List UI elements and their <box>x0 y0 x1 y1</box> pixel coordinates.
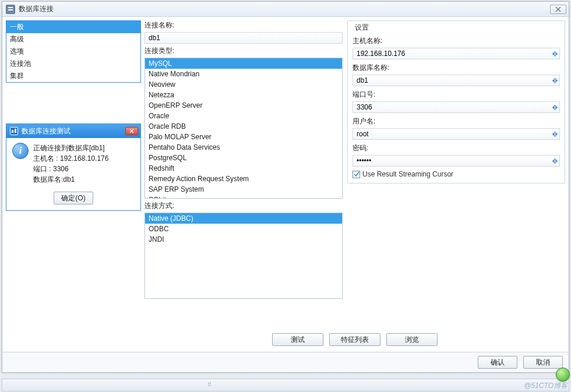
main-top: 连接名称: 连接类型: MySQL Native Mondrian Neovie… <box>144 20 565 329</box>
dialog-line: 正确连接到数据库[db1] <box>33 143 108 153</box>
conn-type-item[interactable]: Remedy Action Request System <box>145 174 342 184</box>
user-input[interactable] <box>353 128 560 140</box>
conn-way-label: 连接方式: <box>144 201 343 211</box>
conn-type-item[interactable]: Neoview <box>145 79 342 90</box>
dbname-label: 数据库名称: <box>353 63 560 73</box>
nav-item-general[interactable]: 一般 <box>6 21 140 33</box>
conn-type-item[interactable]: Oracle RDB <box>145 121 342 132</box>
conn-type-item[interactable]: SAP ERP System <box>145 184 342 195</box>
conn-name-label: 连接名称: <box>144 20 343 30</box>
dialog-ok-button[interactable]: 确定(O) <box>54 192 93 204</box>
conn-way-list[interactable]: Native (JDBC) ODBC JNDI <box>144 213 343 299</box>
dialog-line: 端口 : 3306 <box>33 164 108 174</box>
nav-item-advanced[interactable]: 高级 <box>6 33 140 45</box>
window-body: 一般 高级 选项 连接池 集群 数据库连接测试 i 正确连接到数据库[db <box>2 17 569 352</box>
dialog-line: 主机名 : 192.168.10.176 <box>33 153 108 164</box>
settings-fieldset: 设置 主机名称: $ 数据库名称: $ <box>347 20 565 183</box>
settings-column: 设置 主机名称: $ 数据库名称: $ <box>347 20 565 329</box>
watermark: @51CTO博客 <box>524 381 568 391</box>
dialog-title: 数据库连接测试 <box>22 126 122 136</box>
grip-icon[interactable]: ⠿ <box>207 382 214 389</box>
conn-way-item[interactable]: ODBC <box>145 224 342 234</box>
nav-item-options[interactable]: 选项 <box>6 45 140 58</box>
nav-item-pool[interactable]: 连接池 <box>6 58 140 70</box>
test-button[interactable]: 测试 <box>272 333 323 346</box>
conn-type-item[interactable]: MySQL <box>145 58 342 69</box>
user-label: 用户名: <box>353 116 560 126</box>
main-panel: 连接名称: 连接类型: MySQL Native Mondrian Neovie… <box>144 20 565 348</box>
conn-way-item[interactable]: Native (JDBC) <box>145 213 342 224</box>
conn-type-list[interactable]: MySQL Native Mondrian Neoview Netezza Op… <box>144 58 343 199</box>
pass-input[interactable] <box>353 155 560 167</box>
conn-type-item[interactable]: PostgreSQL <box>145 153 342 163</box>
titlebar: 数据库连接 <box>2 2 569 17</box>
conn-type-item[interactable]: Netezza <box>145 90 342 100</box>
nav-item-cluster[interactable]: 集群 <box>6 70 140 82</box>
dialog-line: 数据库名:db1 <box>33 174 108 185</box>
conn-name-input[interactable] <box>144 32 343 44</box>
dialog-close-button[interactable] <box>125 127 138 135</box>
green-orb-icon <box>556 368 570 382</box>
port-label: 端口号: <box>353 90 560 100</box>
left-panel: 一般 高级 选项 连接池 集群 数据库连接测试 i 正确连接到数据库[db <box>6 20 141 348</box>
status-strip: ⠿ <box>2 379 569 391</box>
dialog-titlebar: 数据库连接测试 <box>6 124 140 138</box>
conn-type-item[interactable]: Redshift <box>145 163 342 174</box>
window-close-button[interactable] <box>550 5 566 14</box>
checkbox-icon <box>353 171 360 178</box>
pass-label: 密码: <box>353 143 560 153</box>
conn-type-item[interactable]: OpenERP Server <box>145 100 342 111</box>
streaming-cursor-label: Use Result Streaming Cursor <box>362 170 453 178</box>
host-label: 主机名称: <box>353 36 560 46</box>
settings-legend: 设置 <box>353 23 371 33</box>
app-icon <box>6 5 15 14</box>
cancel-button[interactable]: 取消 <box>523 356 563 369</box>
conn-way-item[interactable]: JNDI <box>145 234 342 245</box>
conn-type-item[interactable]: Native Mondrian <box>145 69 342 79</box>
host-input[interactable] <box>353 48 560 59</box>
ok-button[interactable]: 确认 <box>478 356 517 369</box>
window-footer: 确认 取消 <box>2 352 569 372</box>
left-form-column: 连接名称: 连接类型: MySQL Native Mondrian Neovie… <box>144 20 343 329</box>
dbname-input[interactable] <box>353 75 560 86</box>
conn-type-item[interactable]: Palo MOLAP Server <box>145 132 342 142</box>
streaming-cursor-row[interactable]: Use Result Streaming Cursor <box>353 170 560 178</box>
conn-type-item[interactable]: Oracle <box>145 111 342 121</box>
dialog-footer: 确定(O) <box>6 187 140 210</box>
dialog-icon <box>10 127 18 135</box>
close-icon <box>129 129 134 133</box>
browse-button[interactable]: 浏览 <box>386 333 438 346</box>
conn-type-item[interactable]: SQLite <box>145 195 342 199</box>
action-buttons: 测试 特征列表 浏览 <box>144 331 565 348</box>
connection-test-dialog: 数据库连接测试 i 正确连接到数据库[db1] 主机名 : 192.168.10… <box>6 123 141 211</box>
close-icon <box>555 6 561 12</box>
window-title: 数据库连接 <box>19 4 550 14</box>
info-icon: i <box>12 143 29 159</box>
dialog-body: i 正确连接到数据库[db1] 主机名 : 192.168.10.176 端口 … <box>6 138 140 187</box>
conn-type-label: 连接类型: <box>144 46 343 56</box>
db-connection-window: 数据库连接 一般 高级 选项 连接池 集群 数据库连接测试 <box>2 1 569 373</box>
port-input[interactable] <box>353 101 560 113</box>
feature-list-button[interactable]: 特征列表 <box>329 333 380 346</box>
dialog-message: 正确连接到数据库[db1] 主机名 : 192.168.10.176 端口 : … <box>33 143 108 185</box>
nav-list: 一般 高级 选项 连接池 集群 <box>6 20 141 83</box>
conn-type-item[interactable]: Pentaho Data Services <box>145 142 342 153</box>
